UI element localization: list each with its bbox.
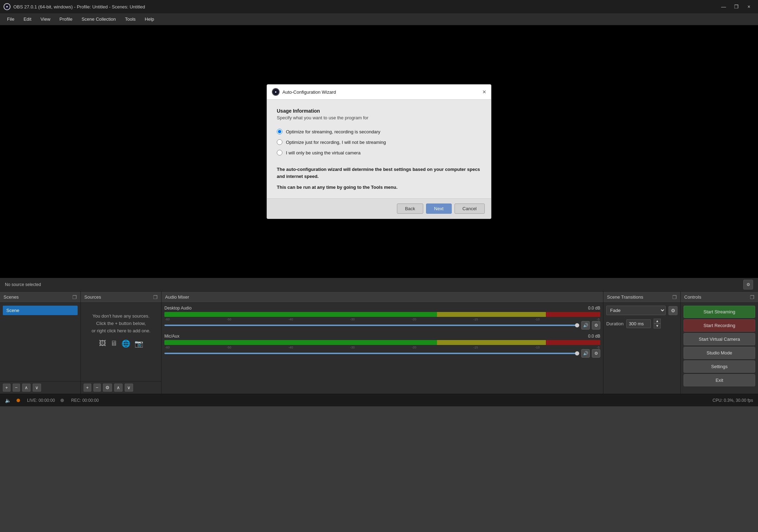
mic-meter-yellow-seg (437, 340, 546, 345)
maximize-button[interactable]: ❐ (731, 2, 742, 12)
desktop-audio-controls: 🔊 ⚙ (164, 321, 600, 330)
controls-panel-icon: ❐ (750, 294, 754, 300)
radio-virtual-input[interactable] (277, 150, 282, 155)
transition-select[interactable]: Fade Cut (606, 306, 666, 315)
duration-row: Duration ▲ ▼ (606, 319, 678, 328)
audio-mixer-panel-header: Audio Mixer (162, 292, 603, 303)
radio-recording-input[interactable] (277, 139, 282, 145)
sources-panel-icon: ❐ (153, 294, 158, 300)
mic-audio-controls: 🔊 ⚙ (164, 349, 600, 358)
info-line2: This can be run at any time by going to … (277, 185, 481, 190)
meter-red-seg (546, 312, 600, 317)
duration-input[interactable] (626, 319, 651, 328)
mic-aux-header: Mic/Aux 0.0 dB (164, 334, 600, 339)
cpu-label: CPU: 0.3%, 30.00 fps (713, 398, 753, 403)
move-source-down-button[interactable]: ∨ (125, 384, 133, 392)
radio-virtual-camera[interactable]: I will only be using the virtual camera (277, 150, 481, 155)
window-controls: — ❐ × (718, 2, 754, 12)
live-label: LIVE: 00:00:00 (27, 398, 55, 403)
studio-mode-button[interactable]: Studio Mode (684, 347, 755, 359)
menu-help[interactable]: Help (141, 15, 158, 23)
sources-panel-content[interactable]: You don't have any sources. Click the + … (81, 303, 161, 381)
live-dot-icon (17, 399, 20, 402)
menu-view[interactable]: View (36, 15, 54, 23)
mic-audio-settings-button[interactable]: ⚙ (592, 349, 600, 358)
obs-logo-icon: ● (4, 3, 11, 10)
add-source-button[interactable]: + (84, 384, 91, 392)
browser-source-icon: 🌐 (122, 339, 130, 348)
back-button[interactable]: Back (397, 204, 423, 214)
minimize-button[interactable]: — (718, 2, 729, 12)
preview-area: ● Auto-Configuration Wizard × Usage Info… (0, 25, 758, 278)
desktop-meter-segments (164, 312, 600, 317)
speaker-icon: 🔈 (5, 398, 11, 403)
image-source-icon: 🖼 (99, 339, 106, 348)
mic-aux-label: Mic/Aux (164, 334, 179, 339)
desktop-audio-slider[interactable] (164, 325, 579, 326)
transition-settings-button[interactable]: ⚙ (668, 306, 678, 315)
desktop-audio-settings-button[interactable]: ⚙ (592, 321, 600, 330)
menu-profile[interactable]: Profile (55, 15, 77, 23)
scene-settings-button[interactable]: ⚙ (743, 280, 753, 290)
duration-down-button[interactable]: ▼ (654, 324, 661, 328)
scene-transitions-panel: Scene Transitions ❐ Fade Cut ⚙ Duration … (603, 292, 681, 394)
settings-button[interactable]: Settings (684, 360, 755, 373)
sources-panel-header: Sources ❐ (81, 292, 161, 303)
rec-dot-icon (60, 399, 64, 402)
meter-yellow-seg (437, 312, 546, 317)
window-title: OBS 27.0.1 (64-bit, windows) - Profile: … (13, 4, 715, 9)
sources-hint-line2: Click the + button below, (96, 321, 146, 326)
move-scene-up-button[interactable]: ∧ (22, 384, 31, 392)
mic-meter-red-seg (546, 340, 600, 345)
scenes-panel-content: Scene (0, 303, 80, 381)
modal-title: Auto-Configuration Wizard (282, 89, 336, 95)
modal-close-button[interactable]: × (482, 89, 486, 95)
next-button[interactable]: Next (426, 204, 452, 214)
move-source-up-button[interactable]: ∧ (114, 384, 123, 392)
desktop-audio-label: Desktop Audio (164, 306, 191, 311)
menu-scene-collection[interactable]: Scene Collection (77, 15, 120, 23)
radio-streaming[interactable]: Optimize for streaming, recording is sec… (277, 129, 481, 134)
sources-panel: Sources ❐ You don't have any sources. Cl… (81, 292, 162, 394)
desktop-mute-button[interactable]: 🔊 (581, 321, 590, 330)
gear-icon: ⚙ (746, 282, 750, 287)
info-box: The auto-configuration wizard will deter… (277, 166, 481, 190)
transition-row: Fade Cut ⚙ (606, 306, 678, 315)
duration-label: Duration (606, 321, 623, 326)
scene-item[interactable]: Scene (3, 306, 78, 315)
no-source-label: No source selected (5, 282, 740, 287)
menu-file[interactable]: File (3, 15, 19, 23)
scene-transitions-content: Fade Cut ⚙ Duration ▲ ▼ (603, 303, 680, 394)
cancel-button[interactable]: Cancel (455, 204, 485, 214)
mic-audio-slider[interactable] (164, 353, 579, 354)
modal-footer: Back Next Cancel (267, 198, 491, 219)
duration-up-button[interactable]: ▲ (654, 319, 661, 324)
meter-green-seg (164, 312, 437, 317)
exit-button[interactable]: Exit (684, 374, 755, 386)
mic-aux-db: 0.0 dB (588, 334, 600, 339)
start-recording-button[interactable]: Start Recording (684, 319, 755, 332)
auto-config-wizard-modal: ● Auto-Configuration Wizard × Usage Info… (267, 84, 491, 219)
desktop-audio-channel: Desktop Audio 0.0 dB -60 -50 -40 -30 -20 (164, 306, 600, 330)
desktop-meter-ticks: -60 -50 -40 -30 -20 -15 -10 -5 (164, 318, 600, 321)
start-virtual-camera-button[interactable]: Start Virtual Camera (684, 333, 755, 345)
source-settings-button[interactable]: ⚙ (103, 384, 112, 392)
menu-tools[interactable]: Tools (121, 15, 140, 23)
menu-edit[interactable]: Edit (19, 15, 35, 23)
start-streaming-button[interactable]: Start Streaming (684, 306, 755, 318)
add-scene-button[interactable]: + (3, 384, 11, 392)
remove-source-button[interactable]: − (93, 384, 101, 392)
sources-hint: You don't have any sources. Click the + … (84, 313, 158, 334)
panels-area: Scenes ❐ Scene + − ∧ ∨ Sources ❐ You don… (0, 291, 758, 394)
radio-recording[interactable]: Optimize just for recording, I will not … (277, 139, 481, 145)
radio-streaming-input[interactable] (277, 129, 282, 134)
rec-label: REC: 00:00:00 (71, 398, 99, 403)
remove-scene-button[interactable]: − (13, 384, 20, 392)
controls-panel-content: Start Streaming Start Recording Start Vi… (681, 303, 758, 394)
modal-obs-logo-icon: ● (272, 88, 280, 96)
mic-aux-channel: Mic/Aux 0.0 dB -60 -50 -40 -30 -20 (164, 334, 600, 358)
close-button[interactable]: × (743, 2, 754, 12)
sources-toolbar: + − ⚙ ∧ ∨ (81, 381, 161, 394)
mic-mute-button[interactable]: 🔊 (581, 349, 590, 358)
move-scene-down-button[interactable]: ∨ (33, 384, 41, 392)
